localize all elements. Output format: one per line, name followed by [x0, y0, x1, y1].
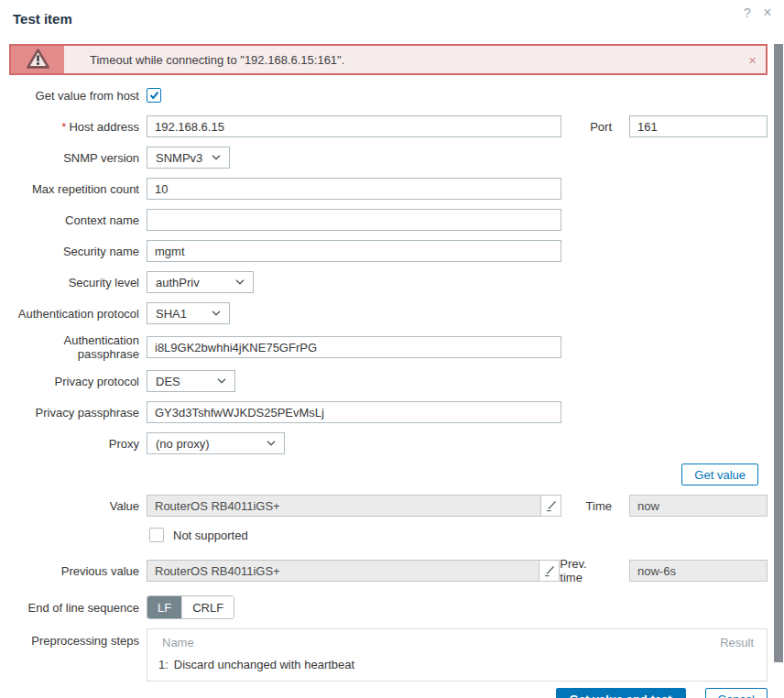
dialog-titlebar: Test item: [9, 0, 768, 44]
test-item-dialog: Test item ? × Timeout while connecting t…: [0, 0, 784, 698]
error-message-text: Timeout while connecting to "192.168.6.1…: [64, 46, 344, 73]
port-label: Port: [590, 120, 612, 134]
preprocessing-col-result: Result: [720, 636, 754, 649]
value-field: RouterOS RB4011iGS+: [147, 495, 540, 517]
max-repetition-count-label: Max repetition count: [9, 182, 139, 196]
previous-value-label: Previous value: [9, 564, 139, 578]
preprocessing-step-row: 1: Discard unchanged with heartbeat: [158, 658, 754, 671]
chevron-down-icon: [212, 155, 221, 160]
not-supported-checkbox[interactable]: [149, 528, 164, 542]
prev-time-label: Prev. time: [560, 557, 612, 584]
eol-toggle-group: LF CRLF: [147, 595, 234, 619]
proxy-label: Proxy: [9, 437, 139, 451]
eol-option-crlf[interactable]: CRLF: [181, 596, 234, 618]
pencil-icon: [545, 499, 558, 512]
row-privacy-passphrase: Privacy passphrase: [9, 401, 768, 423]
row-value: Value RouterOS RB4011iGS+ Time: [9, 495, 768, 517]
value-label: Value: [9, 499, 139, 513]
row-snmp-version: SNMP version SNMPv3: [9, 147, 768, 169]
page-title: Test item: [13, 11, 72, 27]
get-value-from-host-checkbox[interactable]: [147, 88, 161, 103]
row-authentication-passphrase: Authentication passphrase: [9, 333, 768, 361]
row-get-value: Get value: [9, 464, 768, 485]
authentication-passphrase-label: Authentication passphrase: [9, 333, 139, 361]
proxy-select[interactable]: (no proxy): [147, 432, 285, 454]
chevron-down-icon: [235, 279, 245, 285]
row-host-address: *Host address Port: [9, 115, 768, 137]
row-security-level: Security level authPriv: [9, 271, 768, 293]
row-get-value-from-host: Get value from host: [9, 88, 768, 103]
close-icon[interactable]: ×: [760, 5, 775, 20]
check-icon: [149, 91, 159, 100]
error-close-icon[interactable]: ×: [748, 52, 757, 68]
cancel-button[interactable]: Cancel: [705, 688, 768, 698]
security-name-label: Security name: [9, 245, 139, 258]
prev-time-input[interactable]: [629, 560, 768, 582]
get-value-button[interactable]: Get value: [681, 464, 758, 485]
row-authentication-protocol: Authentication protocol SHA1: [9, 302, 768, 324]
preprocessing-col-name: Name: [162, 636, 194, 649]
previous-value-edit-button[interactable]: [539, 560, 560, 582]
privacy-passphrase-label: Privacy passphrase: [9, 406, 139, 420]
max-repetition-count-input[interactable]: [147, 178, 561, 200]
previous-value-field: RouterOS RB4011iGS+: [147, 560, 539, 582]
security-level-label: Security level: [9, 276, 139, 289]
port-input[interactable]: [629, 115, 768, 137]
row-proxy: Proxy (no proxy): [9, 432, 768, 454]
chevron-down-icon: [212, 311, 221, 316]
pencil-icon: [543, 564, 556, 577]
snmp-version-label: SNMP version: [9, 151, 139, 165]
authentication-protocol-label: Authentication protocol: [9, 307, 139, 321]
eol-option-lf[interactable]: LF: [147, 596, 181, 618]
time-label: Time: [586, 499, 612, 513]
row-max-repetition-count: Max repetition count: [9, 178, 768, 200]
context-name-label: Context name: [9, 213, 139, 227]
privacy-protocol-select[interactable]: DES: [147, 370, 235, 392]
time-input[interactable]: [629, 495, 768, 517]
scrollbar-thumb[interactable]: [774, 44, 783, 662]
authentication-protocol-select[interactable]: SHA1: [147, 302, 230, 324]
required-mark: *: [61, 120, 66, 134]
host-address-input[interactable]: [147, 115, 561, 137]
row-previous-value: Previous value RouterOS RB4011iGS+ Prev.…: [9, 557, 768, 584]
context-name-input[interactable]: [147, 209, 561, 231]
host-address-label: *Host address: [9, 120, 139, 134]
privacy-protocol-label: Privacy protocol: [9, 375, 139, 388]
row-preprocessing-steps: Preprocessing steps Name Result 1: Disca…: [9, 628, 768, 682]
chevron-down-icon: [267, 441, 276, 446]
error-message-banner: Timeout while connecting to "192.168.6.1…: [9, 44, 768, 75]
dialog-footer: Get value and test Cancel: [9, 688, 768, 698]
value-edit-button[interactable]: [540, 495, 561, 517]
preprocessing-panel: Name Result 1: Discard unchanged with he…: [147, 628, 768, 682]
row-end-of-line-sequence: End of line sequence LF CRLF: [9, 595, 768, 619]
step-name: Discard unchanged with heartbeat: [174, 658, 354, 671]
row-privacy-protocol: Privacy protocol DES: [9, 370, 768, 392]
preprocessing-steps-label: Preprocessing steps: [9, 634, 139, 648]
privacy-passphrase-input[interactable]: [147, 401, 561, 423]
end-of-line-sequence-label: End of line sequence: [9, 601, 139, 615]
warning-icon-block: [11, 46, 64, 73]
step-index: 1:: [158, 658, 169, 671]
chevron-down-icon: [217, 378, 226, 384]
warning-triangle-icon: [26, 48, 50, 72]
get-value-from-host-label: Get value from host: [9, 89, 139, 103]
authentication-passphrase-input[interactable]: [147, 336, 561, 358]
not-supported-label: Not supported: [173, 529, 248, 542]
get-value-and-test-button[interactable]: Get value and test: [556, 688, 686, 698]
snmp-version-select[interactable]: SNMPv3: [147, 147, 230, 169]
preprocessing-header: Name Result: [158, 636, 754, 649]
row-not-supported: Not supported: [9, 528, 768, 542]
security-name-input[interactable]: [147, 240, 561, 262]
help-icon[interactable]: ?: [740, 5, 755, 20]
row-security-name: Security name: [9, 240, 768, 262]
row-context-name: Context name: [9, 209, 768, 231]
security-level-select[interactable]: authPriv: [147, 271, 254, 293]
